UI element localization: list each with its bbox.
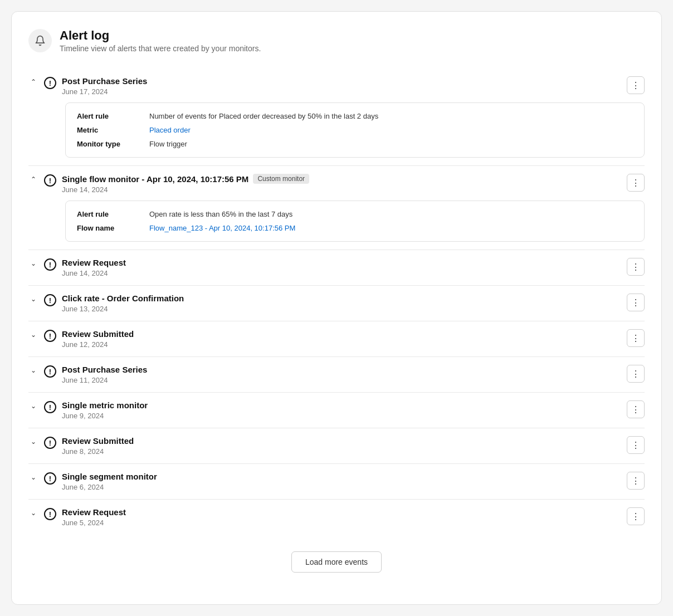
alert-title-group: Single segment monitor June 6, 2024 [62,472,157,491]
detail-row: Alert rule Number of events for Placed o… [77,112,633,120]
alert-name: Single flow monitor - Apr 10, 2024, 10:1… [62,174,248,184]
detail-label: Metric [77,126,149,134]
more-options-button[interactable]: ⋮ [627,365,645,383]
alert-header-row: ⌄ ! Single segment monitor June 6, 2024 … [28,472,645,491]
more-options-button[interactable]: ⋮ [627,436,645,454]
chevron-down-button[interactable]: ⌄ [28,472,38,482]
alert-name: Post Purchase Series [62,365,147,374]
page-title: Alert log [60,28,261,43]
detail-label: Alert rule [77,112,149,120]
more-options-button[interactable]: ⋮ [627,258,645,276]
warning-icon: ! [44,365,56,378]
more-options-button[interactable]: ⋮ [627,76,645,94]
alert-left: ⌃ ! Post Purchase Series June 17, 2024 [28,76,627,96]
alert-title-group: Single flow monitor - Apr 10, 2024, 10:1… [62,174,309,194]
list-item: ⌃ ! Single flow monitor - Apr 10, 2024, … [28,165,645,250]
warning-icon: ! [44,472,56,485]
alert-name: Review Submitted [62,436,134,446]
alert-detail-card: Alert rule Open rate is less than 65% in… [65,201,645,242]
warning-icon: ! [44,77,56,89]
alert-left: ⌃ ! Single flow monitor - Apr 10, 2024, … [28,174,627,194]
alert-date: June 11, 2024 [62,376,147,384]
chevron-down-button[interactable]: ⌄ [28,365,38,375]
header-text: Alert log Timeline view of alerts that w… [60,28,261,53]
list-item: ⌄ ! Post Purchase Series June 11, 2024 ⋮ [28,356,645,392]
detail-label: Alert rule [77,210,149,218]
alert-detail-card: Alert rule Number of events for Placed o… [65,102,645,158]
alert-header-row: ⌃ ! Post Purchase Series June 17, 2024 ⋮ [28,76,645,96]
more-options-button[interactable]: ⋮ [627,174,645,192]
alert-name: Post Purchase Series [62,76,147,86]
alert-header-row: ⌄ ! Post Purchase Series June 11, 2024 ⋮ [28,365,645,384]
list-item: ⌄ ! Review Submitted June 8, 2024 ⋮ [28,428,645,463]
alert-title-group: Review Request June 5, 2024 [62,507,126,527]
alert-header-row: ⌃ ! Single flow monitor - Apr 10, 2024, … [28,174,645,194]
list-item: ⌄ ! Click rate - Order Confirmation June… [28,285,645,321]
metric-link[interactable]: Placed order [149,126,191,134]
detail-row: Alert rule Open rate is less than 65% in… [77,210,633,218]
alert-date: June 12, 2024 [62,340,134,349]
more-options-button[interactable]: ⋮ [627,329,645,347]
more-options-button[interactable]: ⋮ [627,294,645,311]
page-subtitle: Timeline view of alerts that were create… [60,44,261,53]
alert-title-group: Review Request June 14, 2024 [62,258,126,277]
alert-left: ⌄ ! Review Submitted June 8, 2024 [28,436,627,456]
alert-list: ⌃ ! Post Purchase Series June 17, 2024 ⋮… [28,69,645,535]
alert-title-group: Single metric monitor June 9, 2024 [62,400,148,420]
chevron-down-button[interactable]: ⌄ [28,508,38,518]
more-options-button[interactable]: ⋮ [627,472,645,490]
alert-title-group: Review Submitted June 12, 2024 [62,329,134,349]
chevron-down-button[interactable]: ⌄ [28,401,38,411]
load-more-button[interactable]: Load more events [291,551,382,573]
detail-value: Flow trigger [149,140,187,148]
flow-name-link[interactable]: Flow_name_123 - Apr 10, 2024, 10:17:56 P… [149,224,295,232]
alert-date: June 17, 2024 [62,87,147,96]
alert-left: ⌄ ! Post Purchase Series June 11, 2024 [28,365,627,384]
alert-title-line: Review Request [62,258,126,267]
detail-row: Metric Placed order [77,126,633,134]
list-item: ⌄ ! Review Request June 14, 2024 ⋮ [28,250,645,285]
alert-title-group: Click rate - Order Confirmation June 13,… [62,294,184,313]
more-options-button[interactable]: ⋮ [627,507,645,525]
alert-date: June 9, 2024 [62,412,148,420]
alert-title-line: Post Purchase Series [62,76,147,86]
alert-header-row: ⌄ ! Review Submitted June 8, 2024 ⋮ [28,436,645,456]
alert-title-line: Single segment monitor [62,472,157,481]
alert-date: June 6, 2024 [62,483,157,491]
detail-label: Monitor type [77,140,149,148]
alert-name: Single segment monitor [62,472,157,481]
chevron-down-button[interactable]: ⌄ [28,330,38,340]
detail-label: Flow name [77,224,149,232]
alert-title-line: Click rate - Order Confirmation [62,294,184,303]
page-header: Alert log Timeline view of alerts that w… [28,28,645,53]
list-item: ⌄ ! Review Submitted June 12, 2024 ⋮ [28,321,645,356]
page-container: Alert log Timeline view of alerts that w… [11,11,662,605]
detail-value: Open rate is less than 65% in the last 7… [149,210,292,218]
chevron-up-button[interactable]: ⌃ [28,77,38,87]
alert-left: ⌄ ! Click rate - Order Confirmation June… [28,294,627,313]
alert-name: Review Submitted [62,329,134,339]
warning-icon: ! [44,508,56,520]
alert-left: ⌄ ! Review Request June 5, 2024 [28,507,627,527]
alert-header-row: ⌄ ! Review Request June 14, 2024 ⋮ [28,258,645,277]
alert-header-row: ⌄ ! Review Request June 5, 2024 ⋮ [28,507,645,527]
alert-title-group: Post Purchase Series June 17, 2024 [62,76,147,96]
warning-icon: ! [44,401,56,413]
warning-icon: ! [44,294,56,306]
alert-header-row: ⌄ ! Click rate - Order Confirmation June… [28,294,645,313]
warning-icon: ! [44,437,56,449]
alert-date: June 14, 2024 [62,269,126,277]
chevron-up-button[interactable]: ⌃ [28,174,38,184]
warning-icon: ! [44,174,56,187]
alert-name: Review Request [62,507,126,517]
alert-date: June 8, 2024 [62,447,134,456]
alert-title-line: Review Request [62,507,126,517]
detail-value: Number of events for Placed order decrea… [149,112,378,120]
chevron-down-button[interactable]: ⌄ [28,437,38,447]
chevron-down-button[interactable]: ⌄ [28,294,38,304]
list-item: ⌄ ! Single metric monitor June 9, 2024 ⋮ [28,392,645,428]
alert-header-row: ⌄ ! Single metric monitor June 9, 2024 ⋮ [28,400,645,420]
more-options-button[interactable]: ⋮ [627,400,645,418]
chevron-down-button[interactable]: ⌄ [28,258,38,268]
alert-left: ⌄ ! Review Request June 14, 2024 [28,258,627,277]
